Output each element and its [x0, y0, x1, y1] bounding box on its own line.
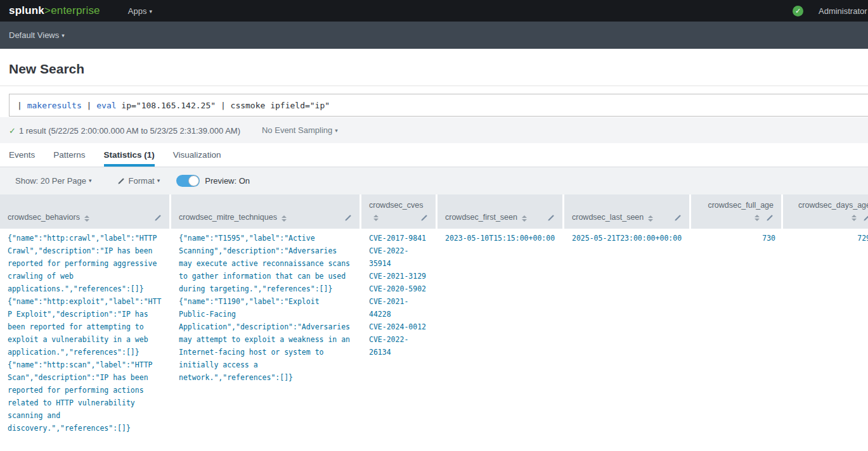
query-segment: | [82, 101, 96, 110]
default-views-label: Default Views [9, 30, 59, 40]
table-cell-crowdsec_full_age[interactable]: 730 [691, 229, 783, 435]
edit-column-icon[interactable] [674, 214, 682, 222]
table-cell-crowdsec_behaviors[interactable]: {"name":"http:crawl","label":"HTTP Crawl… [0, 229, 171, 435]
edit-column-icon[interactable] [766, 214, 774, 222]
per-page-label: Show: 20 Per Page [15, 176, 86, 186]
column-header-crowdsec_last_seen[interactable]: crowdsec_last_seen [564, 194, 691, 229]
edit-column-icon[interactable] [547, 214, 555, 222]
sort-icon[interactable] [84, 215, 89, 222]
chevron-down-icon: ▾ [157, 177, 160, 184]
column-label: crowdsec_first_seen [445, 213, 517, 222]
toggle-knob [188, 175, 199, 186]
statistics-toolbar: Show: 20 Per Page▾ Format▾ Preview: On [0, 167, 868, 194]
sort-icon[interactable] [852, 215, 857, 221]
table-header-row: crowdsec_behaviorscrowdsec_mitre_techniq… [0, 194, 868, 229]
format-menu[interactable]: Format▾ [117, 176, 160, 186]
topbar: splunk>enterprise Apps▾ ✓ Administrator [0, 0, 868, 22]
table-cell-crowdsec_first_seen[interactable]: 2023-05-10T15:15:00+00:00 [437, 229, 564, 435]
format-label: Format [129, 176, 155, 186]
search-input[interactable]: | makeresults | eval ip="108.165.142.25"… [9, 94, 868, 117]
event-sampling-label: No Event Sampling [262, 125, 332, 135]
preview-state-label: Preview: On [205, 176, 250, 186]
tab-visualization[interactable]: Visualization [173, 143, 221, 167]
app-bar: Default Views▾ [0, 22, 868, 49]
column-header-crowdsec_cves[interactable]: crowdsec_cves [361, 194, 437, 229]
tab-patterns[interactable]: Patterns [53, 143, 85, 167]
per-page-menu[interactable]: Show: 20 Per Page▾ [15, 176, 92, 186]
edit-column-icon[interactable] [420, 214, 428, 222]
apps-menu-label: Apps [128, 6, 147, 16]
check-circle-icon[interactable]: ✓ [793, 6, 803, 16]
sort-icon[interactable] [648, 215, 653, 222]
preview-toggle[interactable] [176, 175, 200, 187]
column-label: crowdsec_full_age [699, 201, 774, 210]
column-header-crowdsec_first_seen[interactable]: crowdsec_first_seen [437, 194, 564, 229]
edit-column-icon[interactable] [344, 214, 352, 222]
statistics-table: crowdsec_behaviorscrowdsec_mitre_techniq… [0, 194, 868, 435]
column-label: crowdsec_cves [369, 201, 428, 210]
table-cell-crowdsec_last_seen[interactable]: 2025-05-21T23:00:00+00:00 [564, 229, 691, 435]
tab-statistics[interactable]: Statistics (1) [104, 143, 155, 167]
splunk-logo[interactable]: splunk>enterprise [9, 4, 100, 17]
pencil-icon [117, 177, 129, 185]
table-row: {"name":"http:crawl","label":"HTTP Crawl… [0, 229, 868, 435]
column-header-crowdsec_full_age[interactable]: crowdsec_full_age [691, 194, 783, 229]
user-menu[interactable]: Administrator [819, 6, 867, 16]
query-segment: | [17, 101, 27, 110]
edit-column-icon[interactable] [863, 214, 868, 222]
sort-icon[interactable] [522, 215, 527, 222]
sort-icon[interactable] [282, 215, 287, 222]
apps-menu[interactable]: Apps▾ [128, 6, 152, 16]
tab-events[interactable]: Events [9, 143, 35, 167]
query-segment: ip="108.165.142.25" | cssmoke ipfield="i… [117, 101, 330, 110]
sort-icon[interactable] [755, 215, 760, 221]
event-sampling-menu[interactable]: No Event Sampling▾ [262, 125, 338, 135]
chevron-down-icon: ▾ [335, 127, 338, 134]
result-info-strip: ✓1 result (5/22/25 2:00:00.000 AM to 5/2… [0, 117, 868, 143]
page-title: New Search [9, 61, 859, 77]
query-segment-command: makeresults [27, 101, 82, 110]
logo-gt-text: > [44, 4, 51, 16]
logo-splunk-text: splunk [9, 4, 44, 16]
chevron-down-icon: ▾ [62, 32, 65, 39]
column-header-crowdsec_mitre_techniques[interactable]: crowdsec_mitre_techniques [171, 194, 361, 229]
result-count-text: 1 result (5/22/25 2:00:00.000 AM to 5/23… [19, 126, 240, 136]
column-label: crowdsec_last_seen [572, 213, 644, 222]
default-views-menu[interactable]: Default Views▾ [9, 30, 65, 40]
column-label: crowdsec_mitre_techniques [179, 213, 277, 222]
success-check-icon: ✓ [9, 126, 16, 136]
column-header-crowdsec_behaviors[interactable]: crowdsec_behaviors [0, 194, 171, 229]
query-segment-command: eval [96, 101, 116, 110]
column-label: crowdsec_behaviors [8, 213, 80, 222]
column-label: crowdsec_days_age [791, 201, 868, 210]
table-cell-crowdsec_cves[interactable]: CVE-2017-9841 CVE-2022-35914 CVE-2021-31… [361, 229, 437, 435]
sort-icon[interactable] [373, 215, 379, 221]
results-tabs: Events Patterns Statistics (1) Visualiza… [0, 143, 868, 167]
column-header-crowdsec_days_age[interactable]: crowdsec_days_age [783, 194, 868, 229]
page-header: New Search [0, 49, 868, 86]
chevron-down-icon: ▾ [89, 177, 92, 184]
table-cell-crowdsec_mitre_techniques[interactable]: {"name":"T1595","label":"Active Scanning… [171, 229, 361, 435]
chevron-down-icon: ▾ [149, 8, 152, 15]
logo-product-text: enterprise [51, 4, 100, 16]
edit-column-icon[interactable] [154, 214, 162, 222]
table-cell-crowdsec_days_age[interactable]: 729 [783, 229, 868, 435]
